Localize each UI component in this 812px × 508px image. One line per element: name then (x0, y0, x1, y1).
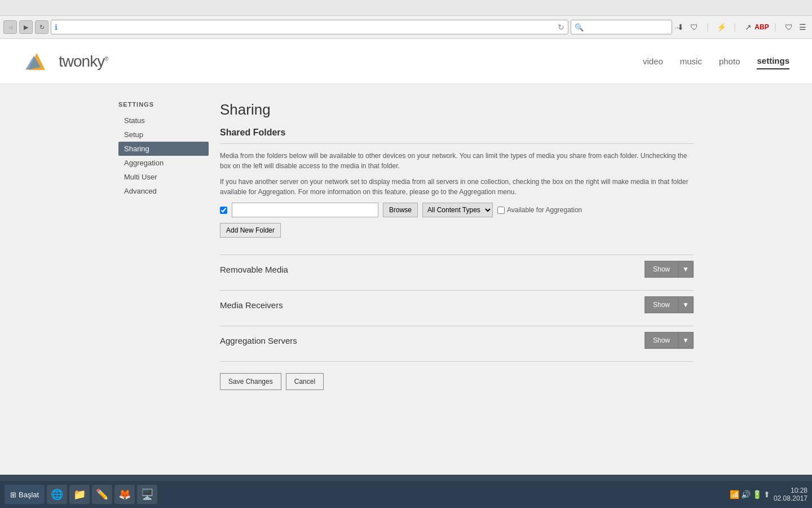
description-text-2: If you have another server on your netwo… (220, 177, 694, 197)
taskbar-system-icons: 📶 🔊 🔋 ⬆ (730, 490, 770, 499)
sidebar-item-aggregation[interactable]: Aggregation (118, 156, 209, 170)
folder-row: E:\SINEMA Browse All Content Types Video… (220, 203, 694, 217)
shield-icon[interactable]: 🛡 (688, 21, 700, 33)
start-button[interactable]: ⊞ Başlat (5, 485, 45, 504)
toolbar-icons: ⬇ 🛡 | ⚡ | ↗ ABP | 🛡 ☰ (674, 21, 809, 33)
aggregation-servers-show-button[interactable]: Show ▼ (645, 332, 694, 349)
time-display: 10:28 (774, 487, 807, 494)
page-wrapper: twonky® video music photo settings SETTI… (0, 39, 812, 475)
show-btn-label[interactable]: Show (645, 332, 678, 349)
nav-settings[interactable]: settings (757, 53, 789, 69)
taskbar-firefox[interactable]: 🦊 (114, 485, 135, 504)
browser-toolbar: ◀ ▶ ↻ ℹ 127.0.0.1:9000/webconfig#sharing… (0, 16, 812, 38)
aggregation-label: Available for Aggregation (497, 206, 582, 214)
start-label: Başlat (19, 491, 39, 499)
folder-path-input[interactable]: E:\SINEMA (232, 203, 378, 217)
removable-media-section: Removable Media Show ▼ (220, 255, 694, 283)
sidebar: SETTINGS Status Setup Sharing Aggregatio… (118, 101, 209, 401)
content-area: Sharing Shared Folders Media from the fo… (220, 101, 694, 401)
aggregation-servers-section: Aggregation Servers Show ▼ (220, 326, 694, 354)
logo-icon (23, 47, 51, 76)
aggregation-servers-header: Aggregation Servers Show ▼ (220, 326, 694, 354)
shared-folders-title: Shared Folders (220, 128, 694, 138)
page-title: Sharing (220, 101, 694, 119)
taskbar-right: 📶 🔊 🔋 ⬆ 10:28 02.08.2017 (730, 487, 807, 502)
nav-photo[interactable]: photo (719, 54, 740, 69)
browse-button[interactable]: Browse (383, 203, 418, 217)
show-btn-arrow[interactable]: ▼ (678, 261, 694, 278)
address-input[interactable]: 127.0.0.1:9000/webconfig#sharing (60, 23, 555, 31)
battery-icon: 🔋 (752, 490, 762, 499)
address-bar: ℹ 127.0.0.1:9000/webconfig#sharing ↻ (51, 20, 568, 34)
folder-checkbox[interactable] (220, 207, 227, 214)
taskbar-explorer[interactable]: 📁 (69, 485, 90, 504)
download-icon[interactable]: ⬇ (674, 21, 687, 33)
description-text-1: Media from the folders below will be ava… (220, 151, 694, 171)
divider2: | (729, 21, 741, 33)
sidebar-item-sharing[interactable]: Sharing (118, 142, 209, 156)
menu-icon[interactable]: ☰ (796, 21, 809, 33)
media-receivers-show-button[interactable]: Show ▼ (645, 296, 694, 313)
search-bar: 🔍 transla → (571, 20, 672, 34)
address-info-icon: ℹ (55, 23, 58, 32)
sidebar-title: SETTINGS (118, 101, 209, 108)
taskbar: ⊞ Başlat 🌐 📁 ✏️ 🦊 🖥️ 📶 🔊 🔋 ⬆ 10:28 02.08… (0, 481, 812, 508)
search-magnifier-icon: 🔍 (575, 23, 584, 32)
browser-chrome: ◀ ▶ ↻ ℹ 127.0.0.1:9000/webconfig#sharing… (0, 0, 812, 39)
date-display: 02.08.2017 (774, 494, 807, 502)
lightning-icon[interactable]: ⚡ (715, 21, 727, 33)
save-changes-button[interactable]: Save Changes (220, 373, 281, 390)
media-receivers-header: Media Receivers Show ▼ (220, 290, 694, 319)
forward-button[interactable]: ▶ (19, 20, 33, 34)
refresh-button[interactable]: ↻ (35, 20, 48, 34)
sidebar-item-setup[interactable]: Setup (118, 128, 209, 142)
sidebar-item-status[interactable]: Status (118, 113, 209, 128)
show-btn-label[interactable]: Show (645, 261, 678, 278)
windows-icon: ⊞ (10, 491, 16, 499)
removable-media-title: Removable Media (220, 265, 288, 274)
sidebar-item-advanced[interactable]: Advanced (118, 184, 209, 198)
media-receivers-section: Media Receivers Show ▼ (220, 290, 694, 319)
update-icon: ⬆ (764, 490, 770, 499)
nav-video[interactable]: video (643, 54, 663, 69)
sidebar-item-multiuser[interactable]: Multi User (118, 170, 209, 184)
address-refresh-icon[interactable]: ↻ (558, 23, 564, 32)
taskbar-app5[interactable]: 🖥️ (137, 485, 157, 504)
media-receivers-title: Media Receivers (220, 300, 283, 310)
back-button[interactable]: ◀ (3, 20, 17, 34)
show-btn-arrow[interactable]: ▼ (678, 296, 694, 313)
aggregation-checkbox[interactable] (497, 207, 505, 214)
divider1: | (701, 21, 714, 33)
main-content: SETTINGS Status Setup Sharing Aggregatio… (96, 84, 716, 418)
section-divider (220, 143, 694, 144)
top-nav: twonky® video music photo settings (0, 39, 812, 84)
adblock-icon[interactable]: ABP (756, 21, 768, 33)
aggregation-servers-title: Aggregation Servers (220, 336, 297, 345)
divider3: | (769, 21, 782, 33)
network-icon: 📶 (730, 490, 739, 499)
sound-icon: 🔊 (741, 490, 751, 499)
add-folder-button[interactable]: Add New Folder (220, 223, 281, 238)
share-icon[interactable]: ↗ (742, 21, 754, 33)
cancel-button[interactable]: Cancel (286, 373, 324, 390)
removable-media-header: Removable Media Show ▼ (220, 255, 694, 283)
removable-media-show-button[interactable]: Show ▼ (645, 261, 694, 278)
taskbar-chrome[interactable]: 🌐 (47, 485, 67, 504)
shield2-icon[interactable]: 🛡 (783, 21, 795, 33)
taskbar-app3[interactable]: ✏️ (92, 485, 112, 504)
logo[interactable]: twonky® (23, 47, 643, 76)
search-input[interactable]: transla (586, 23, 670, 31)
show-btn-arrow[interactable]: ▼ (678, 332, 694, 349)
nav-music[interactable]: music (680, 54, 702, 69)
nav-links: video music photo settings (643, 53, 789, 69)
bottom-actions: Save Changes Cancel (220, 361, 694, 401)
taskbar-clock: 10:28 02.08.2017 (774, 487, 807, 502)
content-type-select[interactable]: All Content Types Video Music Photos (422, 203, 493, 217)
show-btn-label[interactable]: Show (645, 296, 678, 313)
browser-title-bar (0, 0, 812, 16)
logo-text: twonky® (59, 52, 108, 71)
